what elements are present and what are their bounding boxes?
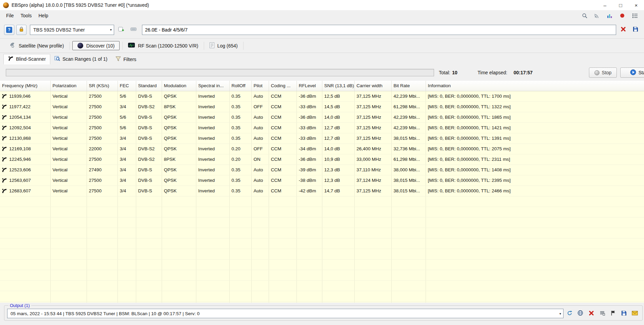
stop-button[interactable]: Stop (589, 68, 617, 78)
cell: 3/4 (118, 154, 136, 165)
column-header[interactable]: SR (KS/s) (87, 81, 118, 91)
cell (354, 207, 391, 217)
cell (50, 291, 87, 301)
filter-funnel-icon (115, 56, 121, 62)
transponder-row[interactable]: 12245,946Vertical275003/4DVB-S28PSKInver… (0, 154, 644, 165)
clear-output-button[interactable] (586, 309, 596, 318)
cell (391, 291, 426, 301)
start-button[interactable]: Start (620, 68, 644, 78)
search-icon[interactable] (581, 12, 588, 19)
cell: -39 dBm (297, 165, 322, 175)
column-header[interactable]: Pilot (251, 81, 269, 91)
minimize-button[interactable]: – (597, 0, 613, 10)
cell (229, 259, 251, 270)
column-header[interactable]: Bit Rate (391, 81, 426, 91)
empty-row (0, 196, 644, 207)
playlist-icon[interactable] (631, 12, 639, 19)
tuner-select[interactable]: TBS 5925 DVBS2 Tuner ▾ (30, 25, 114, 35)
cell: 38,015 Mbi... (391, 175, 426, 186)
cell (297, 207, 322, 217)
transponder-row[interactable]: 12169,108Vertical220003/4DVB-S2QPSKInver… (0, 144, 644, 154)
tab-discover[interactable]: Discover (10) (72, 41, 120, 50)
tuner-config-button[interactable] (128, 25, 139, 35)
column-header[interactable]: Spectral in... (196, 81, 229, 91)
menu-help[interactable]: Help (35, 11, 52, 20)
menu-tools[interactable]: Tools (17, 11, 35, 20)
tab-filters[interactable]: Filters (111, 55, 140, 64)
tab-rf-scan[interactable]: RF Scan (12000-12500 V/R) (123, 41, 203, 50)
lock-button[interactable] (16, 25, 26, 35)
cell: CCM (269, 144, 297, 154)
menu-file[interactable]: File (3, 11, 17, 20)
tuner-config-icon (130, 27, 137, 33)
profile-name-input[interactable] (142, 25, 616, 35)
close-button[interactable]: × (628, 0, 644, 10)
column-header[interactable]: Polarization (50, 81, 87, 91)
chart-icon[interactable] (606, 12, 613, 19)
cell (162, 249, 196, 259)
cell: Inverted (196, 186, 229, 196)
column-header[interactable]: SNR (13,1 dB) (322, 81, 354, 91)
signal-icon[interactable] (593, 12, 601, 19)
info-button[interactable]: ? (4, 25, 14, 35)
cell (136, 249, 162, 259)
cell: Inverted (196, 154, 229, 165)
cell (196, 238, 229, 249)
save-output-button[interactable] (619, 309, 629, 318)
transponder-icon (2, 94, 7, 99)
mail-button[interactable] (630, 309, 640, 318)
add-card-icon (118, 26, 124, 33)
column-header[interactable]: Standard (136, 81, 162, 91)
tab-label: Scan Ranges (1 of 1) (62, 56, 107, 62)
cell (229, 291, 251, 301)
cell: CCM (269, 91, 297, 101)
cell (426, 228, 644, 238)
tab-log[interactable]: Log (654) (204, 41, 243, 51)
tab-divider (243, 42, 244, 50)
cell: Vertical (50, 133, 87, 144)
save-profile-button[interactable] (630, 25, 641, 35)
web-button[interactable] (575, 309, 585, 318)
column-header[interactable]: RollOff (229, 81, 251, 91)
cell: 14,5 dB (322, 101, 354, 112)
column-header[interactable]: Carrier width (354, 81, 391, 91)
transponder-row[interactable]: 12563,607Vertical275003/4DVB-SQPSKInvert… (0, 175, 644, 186)
cell: Vertical (50, 122, 87, 133)
output-select[interactable]: 05 mars, 2022 - 15:53 44 | TBS 5925 DVBS… (7, 309, 564, 318)
transponder-row[interactable]: 12523,606Vertical274903/4DVB-SQPSKInvert… (0, 165, 644, 175)
details-button[interactable] (597, 309, 607, 318)
delete-profile-button[interactable] (618, 25, 628, 35)
transponder-row[interactable]: 12054,134Vertical275005/6DVB-SQPSKInvert… (0, 112, 644, 122)
cell: 61,298 Mbi... (391, 154, 426, 165)
cell (118, 196, 136, 207)
maximize-button[interactable]: □ (613, 0, 628, 10)
transponder-row[interactable]: 11977,422Vertical275003/4DVB-S28PSKInver… (0, 101, 644, 112)
column-header[interactable]: Information (426, 81, 644, 91)
add-profile-button[interactable] (116, 25, 126, 35)
transponder-row[interactable]: 12092,504Vertical275005/6DVB-SQPSKInvert… (0, 122, 644, 133)
cell (322, 249, 354, 259)
cell: 37,125 MHz (354, 122, 391, 133)
refresh-button[interactable] (565, 309, 574, 318)
transponder-row[interactable]: 12683,607Vertical275003/4DVB-SQPSKInvert… (0, 186, 644, 196)
globe-icon (577, 310, 583, 317)
column-header[interactable]: Frequency (MHz) (0, 81, 50, 91)
info-icon: ? (6, 27, 12, 33)
cell (426, 196, 644, 207)
flag-button[interactable] (608, 309, 618, 318)
column-header[interactable]: RFLevel (297, 81, 322, 91)
column-header[interactable]: Coding ... (269, 81, 297, 91)
cell: [MIS: 0, BER: 0,0000000, TTL: 1700 ms] (426, 91, 644, 101)
cell: 12,7 dB (322, 122, 354, 133)
record-icon[interactable] (619, 12, 626, 19)
tab-blind-scanner[interactable]: Blind-Scanner (3, 54, 50, 64)
cell (50, 196, 87, 207)
column-header[interactable]: FEC (118, 81, 136, 91)
transponder-row[interactable]: 11939,046Vertical275005/6DVB-SQPSKInvert… (0, 91, 644, 101)
save-icon (621, 310, 627, 317)
column-header[interactable]: Modulation (162, 81, 196, 91)
tab-scan-ranges[interactable]: Scan Ranges (1 of 1) (50, 54, 111, 64)
transponder-row[interactable]: 12130,868Vertical275003/4DVB-SQPSKInvert… (0, 133, 644, 144)
tab-satellite[interactable]: Satellite (New profile) (4, 41, 69, 51)
cell: [MIS: 0, BER: 0,0000000, TTL: 1865 ms] (426, 112, 644, 122)
